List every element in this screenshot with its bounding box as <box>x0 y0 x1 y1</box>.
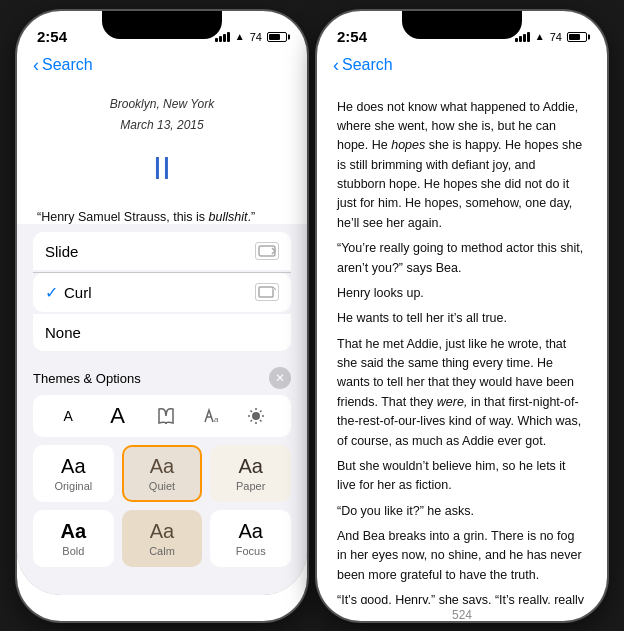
themes-title: Themes & Options <box>33 371 141 386</box>
right-para-1: He does not know what happened to Addie,… <box>337 98 587 234</box>
back-chevron-left: ‹ <box>33 55 39 76</box>
theme-bold-name: Bold <box>43 545 104 557</box>
back-button-left[interactable]: ‹ Search <box>33 55 93 76</box>
option-slide[interactable]: Slide <box>33 232 291 270</box>
close-button[interactable]: ✕ <box>269 367 291 389</box>
theme-bold[interactable]: Aa Bold <box>33 510 114 567</box>
date-line: March 13, 2015 <box>37 115 287 137</box>
right-para-2: “You’re really going to method actor thi… <box>337 239 587 278</box>
theme-quiet[interactable]: Aa Quiet <box>122 445 203 502</box>
back-chevron-right: ‹ <box>333 55 339 76</box>
font-increase-button[interactable]: A <box>104 403 131 429</box>
theme-grid: Aa Original Aa Quiet Aa Paper Aa Bold <box>17 445 307 575</box>
time-right: 2:54 <box>337 28 367 45</box>
right-para-3: Henry looks up. <box>337 284 587 303</box>
svg-line-11 <box>251 420 253 422</box>
book-content-left: Brooklyn, New York March 13, 2015 II “He… <box>17 84 307 596</box>
theme-focus-name: Focus <box>220 545 281 557</box>
theme-quiet-name: Quiet <box>132 480 193 492</box>
battery-icon <box>267 32 287 42</box>
place-date: Brooklyn, New York March 13, 2015 <box>37 94 287 137</box>
wifi-icon: ▲ <box>235 31 245 42</box>
theme-focus[interactable]: Aa Focus <box>210 510 291 567</box>
place-line: Brooklyn, New York <box>37 94 287 116</box>
theme-paper-sample: Aa <box>220 455 281 478</box>
signal-icon-right <box>515 32 530 42</box>
svg-rect-0 <box>259 246 275 256</box>
option-slide-icon <box>255 242 279 260</box>
theme-original-sample: Aa <box>43 455 104 478</box>
wifi-icon-right: ▲ <box>535 31 545 42</box>
book-icon <box>156 406 176 426</box>
option-curl-label: Curl <box>64 284 92 301</box>
theme-original[interactable]: Aa Original <box>33 445 114 502</box>
left-phone: 2:54 ▲ 74 ‹ Search <box>17 11 307 621</box>
theme-calm[interactable]: Aa Calm <box>122 510 203 567</box>
svg-rect-1 <box>259 287 273 297</box>
right-para-8: And Bea breaks into a grin. There is no … <box>337 527 587 585</box>
theme-paper[interactable]: Aa Paper <box>210 445 291 502</box>
theme-focus-sample: Aa <box>220 520 281 543</box>
svg-point-3 <box>252 412 260 420</box>
right-para-6: But she wouldn’t believe him, so he lets… <box>337 457 587 496</box>
back-button-right[interactable]: ‹ Search <box>333 55 393 76</box>
phones-container: 2:54 ▲ 74 ‹ Search <box>7 1 617 631</box>
brightness-icon <box>246 406 266 426</box>
book-header: Brooklyn, New York March 13, 2015 II <box>37 94 287 194</box>
status-bar-right: 2:54 ▲ 74 <box>317 11 607 55</box>
theme-bold-sample: Aa <box>43 520 104 543</box>
battery-label-right: 74 <box>550 31 562 43</box>
status-bar-left: 2:54 ▲ 74 <box>17 11 307 55</box>
theme-calm-sample: Aa <box>132 520 193 543</box>
nav-bar-left: ‹ Search <box>17 55 307 84</box>
notch-left <box>102 11 222 39</box>
themes-header: Themes & Options ✕ <box>17 361 307 395</box>
font-decrease-button[interactable]: A <box>58 408 79 424</box>
battery-icon-right <box>567 32 587 42</box>
notch-right <box>402 11 522 39</box>
option-curl-icon <box>255 283 279 301</box>
right-para-9: “It’s good, Henry,” she says. “It’s real… <box>337 591 587 603</box>
book-text-right: He does not know what happened to Addie,… <box>317 84 607 604</box>
option-slide-label: Slide <box>45 243 78 260</box>
time-left: 2:54 <box>37 28 67 45</box>
status-icons-right: ▲ 74 <box>515 31 587 43</box>
right-para-7: “Do you like it?” he asks. <box>337 502 587 521</box>
back-label-left: Search <box>42 56 93 74</box>
svg-line-8 <box>251 411 253 413</box>
font-controls: A A a <box>33 395 291 437</box>
slide-options: Slide ✓ Curl <box>17 232 307 361</box>
check-icon: ✓ <box>45 283 58 302</box>
option-none[interactable]: None <box>33 314 291 351</box>
right-para-4: He wants to tell her it’s all true. <box>337 309 587 328</box>
svg-line-10 <box>260 411 262 413</box>
slide-panel: Slide ✓ Curl <box>17 224 307 595</box>
right-para-5: That he met Addie, just like he wrote, t… <box>337 335 587 451</box>
svg-line-9 <box>260 420 262 422</box>
svg-text:a: a <box>214 415 219 424</box>
font-style-icon: a <box>201 406 221 426</box>
chapter-number: II <box>37 143 287 194</box>
theme-original-name: Original <box>43 480 104 492</box>
signal-icon <box>215 32 230 42</box>
option-curl[interactable]: ✓ Curl <box>33 273 291 312</box>
status-icons-left: ▲ 74 <box>215 31 287 43</box>
theme-paper-name: Paper <box>220 480 281 492</box>
page-number: 524 <box>317 604 607 621</box>
nav-bar-right: ‹ Search <box>317 55 607 84</box>
battery-label: 74 <box>250 31 262 43</box>
option-none-label: None <box>45 324 81 341</box>
theme-quiet-sample: Aa <box>132 455 193 478</box>
right-phone: 2:54 ▲ 74 ‹ Search He do <box>317 11 607 621</box>
back-label-right: Search <box>342 56 393 74</box>
theme-calm-name: Calm <box>132 545 193 557</box>
